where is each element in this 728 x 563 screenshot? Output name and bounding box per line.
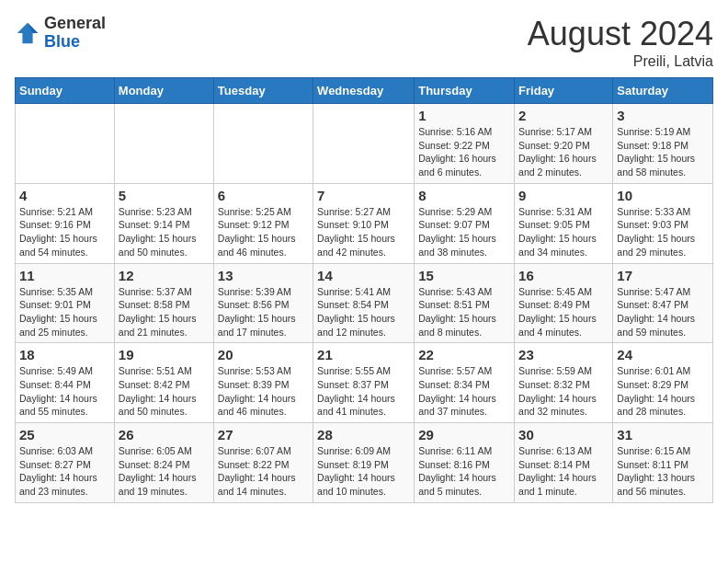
calendar-cell: 10Sunrise: 5:33 AM Sunset: 9:03 PM Dayli… xyxy=(613,183,713,263)
calendar-cell: 7Sunrise: 5:27 AM Sunset: 9:10 PM Daylig… xyxy=(313,183,415,263)
day-info: Sunrise: 5:33 AM Sunset: 9:03 PM Dayligh… xyxy=(617,205,709,259)
calendar-week-row: 11Sunrise: 5:35 AM Sunset: 9:01 PM Dayli… xyxy=(16,263,713,343)
day-info: Sunrise: 5:43 AM Sunset: 8:51 PM Dayligh… xyxy=(418,285,510,339)
calendar-cell xyxy=(114,104,213,184)
logo-text: General Blue xyxy=(44,15,106,52)
day-number: 27 xyxy=(218,427,309,442)
day-info: Sunrise: 5:45 AM Sunset: 8:49 PM Dayligh… xyxy=(518,285,609,339)
day-info: Sunrise: 5:35 AM Sunset: 9:01 PM Dayligh… xyxy=(19,285,110,339)
day-number: 3 xyxy=(617,108,709,123)
day-info: Sunrise: 5:41 AM Sunset: 8:54 PM Dayligh… xyxy=(317,285,410,339)
day-info: Sunrise: 5:19 AM Sunset: 9:18 PM Dayligh… xyxy=(617,125,709,179)
calendar-cell: 5Sunrise: 5:23 AM Sunset: 9:14 PM Daylig… xyxy=(114,183,213,263)
calendar-cell: 4Sunrise: 5:21 AM Sunset: 9:16 PM Daylig… xyxy=(16,183,115,263)
day-info: Sunrise: 5:27 AM Sunset: 9:10 PM Dayligh… xyxy=(317,205,410,259)
day-number: 26 xyxy=(119,427,210,442)
calendar-table: SundayMondayTuesdayWednesdayThursdayFrid… xyxy=(15,77,713,503)
day-number: 14 xyxy=(317,268,410,283)
calendar-cell: 24Sunrise: 6:01 AM Sunset: 8:29 PM Dayli… xyxy=(613,343,713,423)
day-info: Sunrise: 5:25 AM Sunset: 9:12 PM Dayligh… xyxy=(218,205,309,259)
day-number: 29 xyxy=(418,427,510,442)
calendar-cell: 15Sunrise: 5:43 AM Sunset: 8:51 PM Dayli… xyxy=(415,263,515,343)
day-info: Sunrise: 5:37 AM Sunset: 8:58 PM Dayligh… xyxy=(119,285,210,339)
calendar-cell: 19Sunrise: 5:51 AM Sunset: 8:42 PM Dayli… xyxy=(114,343,213,423)
day-info: Sunrise: 5:47 AM Sunset: 8:47 PM Dayligh… xyxy=(617,285,709,339)
weekday-header: Tuesday xyxy=(213,78,313,104)
day-info: Sunrise: 6:03 AM Sunset: 8:27 PM Dayligh… xyxy=(19,444,110,499)
day-info: Sunrise: 5:23 AM Sunset: 9:14 PM Dayligh… xyxy=(119,205,210,259)
day-number: 30 xyxy=(518,427,609,442)
title-block: August 2024 Preili, Latvia xyxy=(528,15,713,70)
location: Preili, Latvia xyxy=(528,53,713,70)
calendar-cell: 27Sunrise: 6:07 AM Sunset: 8:22 PM Dayli… xyxy=(213,423,313,503)
day-info: Sunrise: 6:11 AM Sunset: 8:16 PM Dayligh… xyxy=(418,444,510,499)
weekday-header: Sunday xyxy=(16,78,115,104)
day-info: Sunrise: 6:05 AM Sunset: 8:24 PM Dayligh… xyxy=(119,444,210,499)
day-number: 21 xyxy=(317,347,410,362)
day-number: 6 xyxy=(218,188,309,203)
day-info: Sunrise: 6:13 AM Sunset: 8:14 PM Dayligh… xyxy=(518,444,609,499)
day-info: Sunrise: 6:07 AM Sunset: 8:22 PM Dayligh… xyxy=(218,444,309,499)
calendar-cell: 22Sunrise: 5:57 AM Sunset: 8:34 PM Dayli… xyxy=(415,343,515,423)
day-number: 24 xyxy=(617,347,709,362)
calendar-cell: 23Sunrise: 5:59 AM Sunset: 8:32 PM Dayli… xyxy=(515,343,613,423)
day-info: Sunrise: 6:15 AM Sunset: 8:11 PM Dayligh… xyxy=(617,444,709,499)
day-number: 11 xyxy=(19,268,110,283)
calendar-cell: 1Sunrise: 5:16 AM Sunset: 9:22 PM Daylig… xyxy=(415,104,515,184)
day-number: 4 xyxy=(19,188,110,203)
day-number: 23 xyxy=(518,347,609,362)
calendar-cell xyxy=(16,104,115,184)
weekday-header: Wednesday xyxy=(313,78,415,104)
day-number: 15 xyxy=(418,268,510,283)
day-number: 13 xyxy=(218,268,309,283)
day-number: 10 xyxy=(617,188,709,203)
logo-icon xyxy=(15,20,40,46)
day-number: 31 xyxy=(617,427,709,442)
calendar-cell: 16Sunrise: 5:45 AM Sunset: 8:49 PM Dayli… xyxy=(515,263,613,343)
calendar-cell: 6Sunrise: 5:25 AM Sunset: 9:12 PM Daylig… xyxy=(213,183,313,263)
day-info: Sunrise: 5:55 AM Sunset: 8:37 PM Dayligh… xyxy=(317,364,410,419)
calendar-cell: 20Sunrise: 5:53 AM Sunset: 8:39 PM Dayli… xyxy=(213,343,313,423)
page-header: General Blue August 2024 Preili, Latvia xyxy=(15,15,713,70)
calendar-cell: 29Sunrise: 6:11 AM Sunset: 8:16 PM Dayli… xyxy=(415,423,515,503)
day-info: Sunrise: 5:53 AM Sunset: 8:39 PM Dayligh… xyxy=(218,364,309,419)
calendar-cell: 31Sunrise: 6:15 AM Sunset: 8:11 PM Dayli… xyxy=(613,423,713,503)
day-info: Sunrise: 6:01 AM Sunset: 8:29 PM Dayligh… xyxy=(617,364,709,419)
day-number: 22 xyxy=(418,347,510,362)
calendar-cell xyxy=(313,104,415,184)
calendar-cell: 3Sunrise: 5:19 AM Sunset: 9:18 PM Daylig… xyxy=(613,104,713,184)
calendar-cell: 14Sunrise: 5:41 AM Sunset: 8:54 PM Dayli… xyxy=(313,263,415,343)
calendar-cell: 30Sunrise: 6:13 AM Sunset: 8:14 PM Dayli… xyxy=(515,423,613,503)
day-number: 2 xyxy=(518,108,609,123)
calendar-week-row: 1Sunrise: 5:16 AM Sunset: 9:22 PM Daylig… xyxy=(16,104,713,184)
calendar-cell: 18Sunrise: 5:49 AM Sunset: 8:44 PM Dayli… xyxy=(16,343,115,423)
calendar-cell: 13Sunrise: 5:39 AM Sunset: 8:56 PM Dayli… xyxy=(213,263,313,343)
weekday-header: Friday xyxy=(515,78,613,104)
calendar-cell: 28Sunrise: 6:09 AM Sunset: 8:19 PM Dayli… xyxy=(313,423,415,503)
day-info: Sunrise: 5:51 AM Sunset: 8:42 PM Dayligh… xyxy=(119,364,210,419)
day-info: Sunrise: 5:39 AM Sunset: 8:56 PM Dayligh… xyxy=(218,285,309,339)
day-number: 12 xyxy=(119,268,210,283)
calendar-cell: 2Sunrise: 5:17 AM Sunset: 9:20 PM Daylig… xyxy=(515,104,613,184)
day-info: Sunrise: 5:16 AM Sunset: 9:22 PM Dayligh… xyxy=(418,125,510,179)
day-info: Sunrise: 5:31 AM Sunset: 9:05 PM Dayligh… xyxy=(518,205,609,259)
calendar-week-row: 25Sunrise: 6:03 AM Sunset: 8:27 PM Dayli… xyxy=(16,423,713,503)
day-number: 16 xyxy=(518,268,609,283)
day-number: 5 xyxy=(119,188,210,203)
day-number: 17 xyxy=(617,268,709,283)
day-info: Sunrise: 5:49 AM Sunset: 8:44 PM Dayligh… xyxy=(19,364,110,419)
calendar-cell: 9Sunrise: 5:31 AM Sunset: 9:05 PM Daylig… xyxy=(515,183,613,263)
calendar-cell: 21Sunrise: 5:55 AM Sunset: 8:37 PM Dayli… xyxy=(313,343,415,423)
day-number: 8 xyxy=(418,188,510,203)
weekday-header: Monday xyxy=(114,78,213,104)
day-info: Sunrise: 5:59 AM Sunset: 8:32 PM Dayligh… xyxy=(518,364,609,419)
calendar-cell xyxy=(213,104,313,184)
calendar-week-row: 18Sunrise: 5:49 AM Sunset: 8:44 PM Dayli… xyxy=(16,343,713,423)
calendar-week-row: 4Sunrise: 5:21 AM Sunset: 9:16 PM Daylig… xyxy=(16,183,713,263)
day-number: 7 xyxy=(317,188,410,203)
calendar-cell: 12Sunrise: 5:37 AM Sunset: 8:58 PM Dayli… xyxy=(114,263,213,343)
day-number: 25 xyxy=(19,427,110,442)
logo-general: General xyxy=(44,14,106,32)
calendar-cell: 11Sunrise: 5:35 AM Sunset: 9:01 PM Dayli… xyxy=(16,263,115,343)
day-number: 1 xyxy=(418,108,510,123)
